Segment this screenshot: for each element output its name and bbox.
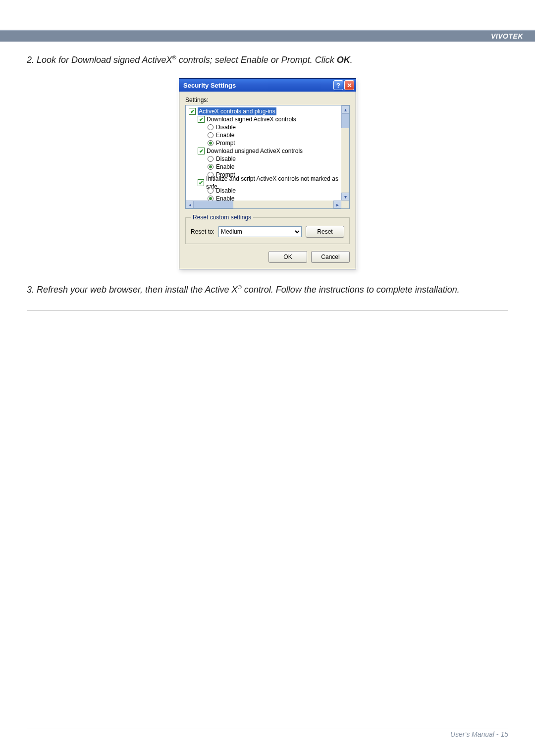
option-row[interactable]: Disable — [189, 155, 340, 163]
scroll-right-icon[interactable]: ▸ — [333, 201, 341, 208]
radio-disable[interactable] — [208, 124, 214, 130]
activex-icon: ✔ — [198, 116, 205, 123]
step3-suffix: control. Follow the instructions to comp… — [242, 285, 460, 295]
settings-label: Settings: — [185, 97, 350, 103]
reset-custom-settings-group: Reset custom settings Reset to: Medium R… — [185, 214, 350, 244]
activex-icon: ✔ — [189, 108, 196, 115]
scroll-down-icon[interactable]: ▾ — [341, 193, 349, 201]
registered-mark: ® — [172, 54, 176, 60]
step2-prefix: 2. Look for Download signed ActiveX — [27, 55, 172, 65]
titlebar[interactable]: Security Settings ? ✕ — [179, 79, 356, 92]
help-button[interactable]: ? — [333, 80, 343, 90]
reset-level-select[interactable]: Medium — [218, 226, 302, 237]
option-label: Disable — [216, 155, 236, 163]
reset-to-label: Reset to: — [191, 228, 214, 235]
option-row[interactable]: Disable — [189, 123, 340, 131]
option-label: Enable — [216, 163, 234, 171]
option-label: Prompt — [216, 139, 235, 147]
option-label: Disable — [216, 123, 236, 131]
activex-icon: ✔ — [198, 148, 205, 154]
step2-ok: OK — [337, 55, 350, 65]
dialog-title: Security Settings — [183, 82, 332, 89]
category-row: ✔ ActiveX controls and plug-ins — [189, 107, 340, 115]
scroll-corner — [341, 201, 349, 208]
option-row[interactable]: Enable — [189, 131, 340, 139]
section-divider — [27, 310, 508, 311]
scroll-up-icon[interactable]: ▴ — [341, 105, 349, 113]
hscroll-thumb[interactable] — [194, 201, 233, 208]
item-row: ✔ Download unsigned ActiveX controls — [189, 147, 340, 155]
radio-enable[interactable] — [208, 196, 214, 201]
item-label: Download signed ActiveX controls — [207, 115, 296, 123]
step-2-text: 2. Look for Download signed ActiveX® con… — [27, 54, 508, 65]
registered-mark: ® — [238, 284, 242, 290]
ok-button[interactable]: OK — [268, 251, 307, 263]
radio-enable[interactable] — [208, 164, 214, 170]
radio-disable[interactable] — [208, 188, 214, 194]
cancel-button[interactable]: Cancel — [311, 251, 350, 263]
vscroll-thumb[interactable] — [341, 113, 349, 128]
radio-prompt[interactable] — [208, 140, 214, 146]
option-row[interactable]: Enable — [189, 163, 340, 171]
settings-tree[interactable]: ✔ ActiveX controls and plug-ins ✔ Downlo… — [185, 105, 350, 209]
horizontal-scrollbar[interactable]: ◂ ▸ — [186, 201, 341, 208]
header-band: VIVOTEK — [0, 30, 535, 42]
item-label: Download unsigned ActiveX controls — [207, 147, 303, 155]
step2-suffix: controls; select Enable or Prompt. Click — [176, 55, 337, 65]
option-label: Enable — [216, 131, 234, 139]
vertical-scrollbar[interactable]: ▴ ▾ — [341, 105, 349, 201]
option-row[interactable]: Prompt — [189, 139, 340, 147]
footer-text: User's Manual - 15 — [450, 730, 508, 738]
item-row: ✔ Download signed ActiveX controls — [189, 115, 340, 123]
step2-tail: . — [350, 55, 353, 65]
radio-enable[interactable] — [208, 132, 214, 138]
item-row: ✔ Initialize and script ActiveX controls… — [189, 179, 340, 187]
footer-divider — [27, 728, 508, 728]
security-settings-dialog: Security Settings ? ✕ Settings: ✔ Active… — [179, 78, 356, 269]
radio-disable[interactable] — [208, 156, 214, 162]
activex-icon: ✔ — [198, 179, 204, 186]
close-button[interactable]: ✕ — [344, 80, 354, 90]
brand-label: VIVOTEK — [491, 32, 523, 40]
option-label: Disable — [216, 187, 236, 195]
reset-button[interactable]: Reset — [306, 226, 344, 238]
category-label[interactable]: ActiveX controls and plug-ins — [198, 107, 276, 115]
step-3-text: 3. Refresh your web browser, then instal… — [27, 283, 508, 296]
step3-prefix: 3. Refresh your web browser, then instal… — [27, 285, 238, 295]
option-label: Enable — [216, 195, 234, 201]
scroll-left-icon[interactable]: ◂ — [186, 201, 194, 208]
option-row[interactable]: Enable — [189, 195, 340, 201]
reset-legend: Reset custom settings — [191, 214, 253, 221]
